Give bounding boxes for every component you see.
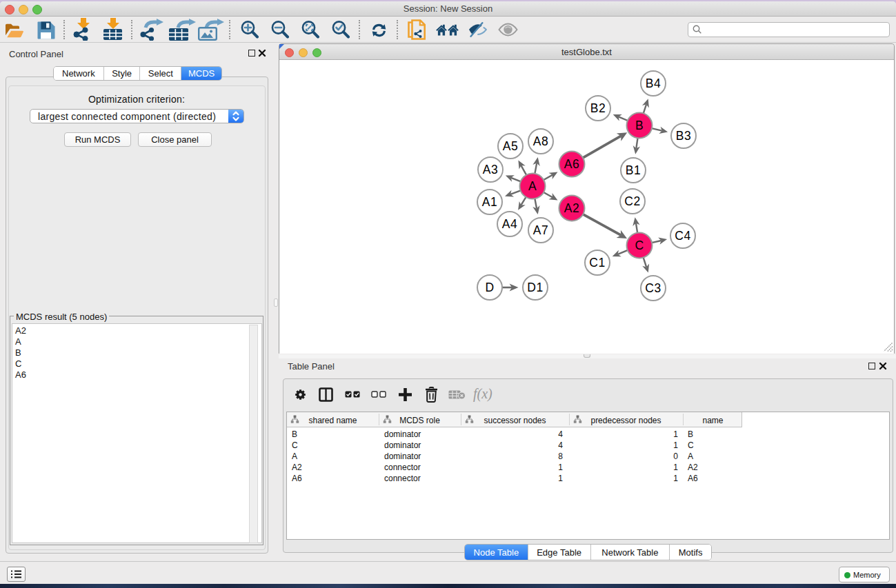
svg-text:A6: A6 <box>564 157 579 171</box>
svg-text:C1: C1 <box>589 256 605 270</box>
svg-text:C3: C3 <box>645 281 661 295</box>
svg-text:D: D <box>485 281 494 294</box>
svg-text:A8: A8 <box>533 134 548 148</box>
svg-text:A5: A5 <box>503 139 518 153</box>
svg-text:B1: B1 <box>626 163 641 177</box>
svg-text:C: C <box>635 239 644 252</box>
svg-text:B3: B3 <box>676 129 691 143</box>
svg-text:A3: A3 <box>483 163 498 176</box>
svg-text:A2: A2 <box>564 201 579 215</box>
svg-text:C2: C2 <box>624 194 640 208</box>
svg-text:B4: B4 <box>646 77 661 90</box>
svg-text:A7: A7 <box>533 223 548 237</box>
svg-text:A4: A4 <box>502 217 517 231</box>
svg-text:B2: B2 <box>590 101 606 115</box>
svg-text:B: B <box>635 119 644 132</box>
svg-text:D1: D1 <box>527 281 543 294</box>
svg-text:A1: A1 <box>482 195 497 209</box>
svg-text:C4: C4 <box>675 229 690 243</box>
svg-text:A: A <box>528 179 537 193</box>
